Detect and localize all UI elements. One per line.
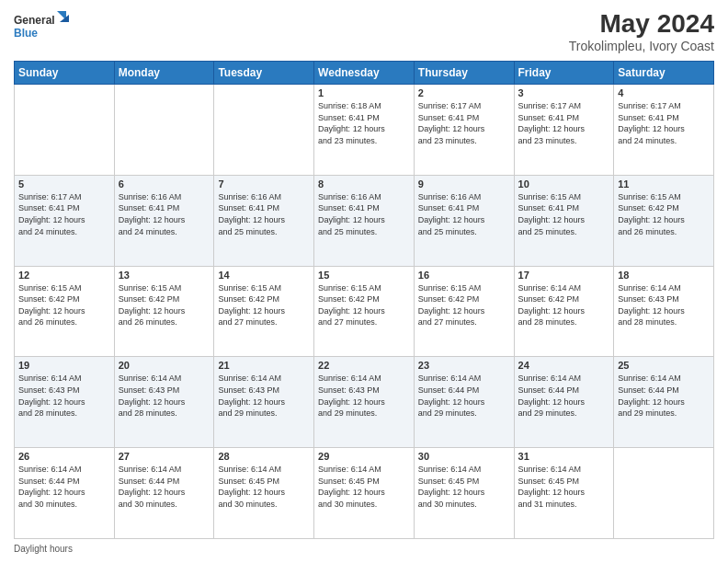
svg-text:Blue: Blue xyxy=(14,27,38,40)
col-header-tuesday: Tuesday xyxy=(214,62,314,85)
calendar-cell: 26Sunrise: 6:14 AM Sunset: 6:44 PM Dayli… xyxy=(15,448,115,539)
day-number: 10 xyxy=(518,178,610,190)
calendar-cell: 28Sunrise: 6:14 AM Sunset: 6:45 PM Dayli… xyxy=(214,448,314,539)
calendar-header: SundayMondayTuesdayWednesdayThursdayFrid… xyxy=(15,62,714,85)
logo: General Blue xyxy=(14,9,69,44)
calendar-cell: 23Sunrise: 6:14 AM Sunset: 6:44 PM Dayli… xyxy=(414,357,514,448)
calendar-cell: 1Sunrise: 6:18 AM Sunset: 6:41 PM Daylig… xyxy=(314,85,415,176)
calendar-cell: 31Sunrise: 6:14 AM Sunset: 6:45 PM Dayli… xyxy=(514,448,614,539)
calendar-cell: 18Sunrise: 6:14 AM Sunset: 6:43 PM Dayli… xyxy=(614,266,714,357)
calendar-cell: 29Sunrise: 6:14 AM Sunset: 6:45 PM Dayli… xyxy=(314,448,415,539)
day-info: Sunrise: 6:14 AM Sunset: 6:44 PM Dayligh… xyxy=(119,464,210,510)
logo-svg: General Blue xyxy=(14,9,69,44)
day-info: Sunrise: 6:14 AM Sunset: 6:45 PM Dayligh… xyxy=(218,464,310,510)
day-info: Sunrise: 6:15 AM Sunset: 6:42 PM Dayligh… xyxy=(418,282,510,328)
calendar-cell: 16Sunrise: 6:15 AM Sunset: 6:42 PM Dayli… xyxy=(414,266,514,357)
day-number: 29 xyxy=(318,451,410,462)
day-info: Sunrise: 6:16 AM Sunset: 6:41 PM Dayligh… xyxy=(418,191,510,237)
calendar-cell: 5Sunrise: 6:17 AM Sunset: 6:41 PM Daylig… xyxy=(15,175,115,266)
page: General Blue May 2024 Trokolimpleu, Ivor… xyxy=(0,0,728,563)
calendar-cell: 4Sunrise: 6:17 AM Sunset: 6:41 PM Daylig… xyxy=(614,85,714,176)
day-number: 24 xyxy=(518,360,610,371)
day-number: 17 xyxy=(518,270,610,281)
day-number: 28 xyxy=(218,451,310,462)
day-info: Sunrise: 6:15 AM Sunset: 6:41 PM Dayligh… xyxy=(518,191,610,237)
day-info: Sunrise: 6:14 AM Sunset: 6:43 PM Dayligh… xyxy=(119,373,210,419)
calendar-cell: 19Sunrise: 6:14 AM Sunset: 6:43 PM Dayli… xyxy=(15,357,115,448)
calendar-cell: 8Sunrise: 6:16 AM Sunset: 6:41 PM Daylig… xyxy=(314,175,415,266)
calendar-cell: 10Sunrise: 6:15 AM Sunset: 6:41 PM Dayli… xyxy=(514,175,614,266)
day-number: 9 xyxy=(418,178,510,190)
calendar-cell: 24Sunrise: 6:14 AM Sunset: 6:44 PM Dayli… xyxy=(514,357,614,448)
day-info: Sunrise: 6:14 AM Sunset: 6:44 PM Dayligh… xyxy=(18,464,110,510)
day-number: 12 xyxy=(18,270,110,281)
col-header-saturday: Saturday xyxy=(614,62,714,85)
day-number: 25 xyxy=(618,360,710,371)
day-number: 11 xyxy=(618,178,710,190)
calendar-cell: 11Sunrise: 6:15 AM Sunset: 6:42 PM Dayli… xyxy=(614,175,714,266)
day-number: 23 xyxy=(418,360,510,371)
calendar-cell: 17Sunrise: 6:14 AM Sunset: 6:42 PM Dayli… xyxy=(514,266,614,357)
calendar-cell: 9Sunrise: 6:16 AM Sunset: 6:41 PM Daylig… xyxy=(414,175,514,266)
day-info: Sunrise: 6:15 AM Sunset: 6:42 PM Dayligh… xyxy=(18,282,110,328)
day-number: 2 xyxy=(418,87,510,98)
daylight-label: Daylight hours xyxy=(14,544,73,554)
day-number: 20 xyxy=(119,360,210,371)
calendar-cell: 3Sunrise: 6:17 AM Sunset: 6:41 PM Daylig… xyxy=(514,85,614,176)
day-number: 31 xyxy=(518,451,610,462)
day-number: 30 xyxy=(418,451,510,462)
day-number: 7 xyxy=(218,178,310,190)
day-number: 26 xyxy=(18,451,110,462)
title-block: May 2024 Trokolimpleu, Ivory Coast xyxy=(569,9,714,53)
day-number: 5 xyxy=(18,178,110,190)
day-number: 16 xyxy=(418,270,510,281)
day-info: Sunrise: 6:14 AM Sunset: 6:43 PM Dayligh… xyxy=(618,282,710,328)
subtitle: Trokolimpleu, Ivory Coast xyxy=(569,39,714,53)
col-header-thursday: Thursday xyxy=(414,62,514,85)
calendar-week-3: 12Sunrise: 6:15 AM Sunset: 6:42 PM Dayli… xyxy=(15,266,714,357)
day-number: 8 xyxy=(318,178,410,190)
day-number: 18 xyxy=(618,270,710,281)
day-info: Sunrise: 6:16 AM Sunset: 6:41 PM Dayligh… xyxy=(318,191,410,237)
day-info: Sunrise: 6:14 AM Sunset: 6:43 PM Dayligh… xyxy=(318,373,410,419)
day-info: Sunrise: 6:14 AM Sunset: 6:45 PM Dayligh… xyxy=(318,464,410,510)
day-info: Sunrise: 6:14 AM Sunset: 6:43 PM Dayligh… xyxy=(18,373,110,419)
day-info: Sunrise: 6:15 AM Sunset: 6:42 PM Dayligh… xyxy=(618,191,710,237)
day-number: 6 xyxy=(119,178,210,190)
day-info: Sunrise: 6:17 AM Sunset: 6:41 PM Dayligh… xyxy=(618,100,710,146)
day-number: 22 xyxy=(318,360,410,371)
calendar-cell: 6Sunrise: 6:16 AM Sunset: 6:41 PM Daylig… xyxy=(114,175,214,266)
day-info: Sunrise: 6:15 AM Sunset: 6:42 PM Dayligh… xyxy=(218,282,310,328)
calendar-cell xyxy=(114,85,214,176)
main-title: May 2024 xyxy=(569,9,714,39)
calendar-cell: 20Sunrise: 6:14 AM Sunset: 6:43 PM Dayli… xyxy=(114,357,214,448)
calendar-cell xyxy=(15,85,115,176)
day-info: Sunrise: 6:15 AM Sunset: 6:42 PM Dayligh… xyxy=(119,282,210,328)
calendar-cell xyxy=(214,85,314,176)
calendar-cell: 2Sunrise: 6:17 AM Sunset: 6:41 PM Daylig… xyxy=(414,85,514,176)
col-header-sunday: Sunday xyxy=(15,62,115,85)
calendar-cell: 15Sunrise: 6:15 AM Sunset: 6:42 PM Dayli… xyxy=(314,266,415,357)
col-header-friday: Friday xyxy=(514,62,614,85)
day-info: Sunrise: 6:17 AM Sunset: 6:41 PM Dayligh… xyxy=(18,191,110,237)
calendar-cell: 27Sunrise: 6:14 AM Sunset: 6:44 PM Dayli… xyxy=(114,448,214,539)
day-info: Sunrise: 6:14 AM Sunset: 6:45 PM Dayligh… xyxy=(518,464,610,510)
day-number: 15 xyxy=(318,270,410,281)
calendar-cell: 30Sunrise: 6:14 AM Sunset: 6:45 PM Dayli… xyxy=(414,448,514,539)
col-header-wednesday: Wednesday xyxy=(314,62,415,85)
day-info: Sunrise: 6:14 AM Sunset: 6:44 PM Dayligh… xyxy=(418,373,510,419)
calendar-cell: 22Sunrise: 6:14 AM Sunset: 6:43 PM Dayli… xyxy=(314,357,415,448)
calendar-cell: 7Sunrise: 6:16 AM Sunset: 6:41 PM Daylig… xyxy=(214,175,314,266)
calendar-cell xyxy=(614,448,714,539)
svg-text:General: General xyxy=(14,14,55,27)
calendar-cell: 12Sunrise: 6:15 AM Sunset: 6:42 PM Dayli… xyxy=(15,266,115,357)
day-info: Sunrise: 6:14 AM Sunset: 6:44 PM Dayligh… xyxy=(518,373,610,419)
day-info: Sunrise: 6:14 AM Sunset: 6:43 PM Dayligh… xyxy=(218,373,310,419)
day-info: Sunrise: 6:17 AM Sunset: 6:41 PM Dayligh… xyxy=(518,100,610,146)
day-number: 21 xyxy=(218,360,310,371)
day-info: Sunrise: 6:14 AM Sunset: 6:45 PM Dayligh… xyxy=(418,464,510,510)
calendar-cell: 25Sunrise: 6:14 AM Sunset: 6:44 PM Dayli… xyxy=(614,357,714,448)
day-info: Sunrise: 6:18 AM Sunset: 6:41 PM Dayligh… xyxy=(318,100,410,146)
calendar-week-1: 1Sunrise: 6:18 AM Sunset: 6:41 PM Daylig… xyxy=(15,85,714,176)
day-info: Sunrise: 6:15 AM Sunset: 6:42 PM Dayligh… xyxy=(318,282,410,328)
